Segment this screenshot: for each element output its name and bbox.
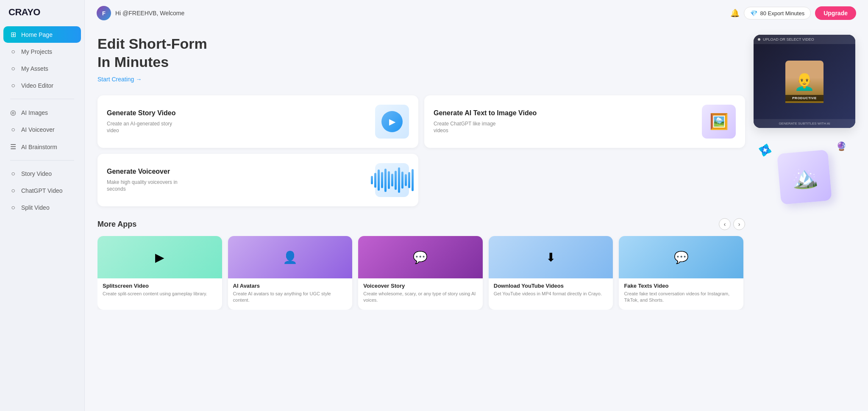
ai-brainstorm-icon: ☰	[9, 143, 17, 151]
card-ai-text-image-title: Generate AI Text to Image Video	[434, 109, 537, 118]
sidebar-item-story-video-label: Story Video	[21, 170, 52, 177]
preview-person: 👨‍🦲 PRODUCTIVE	[785, 61, 823, 103]
content-left: Edit Short-Form In Minutes Start Creatin…	[97, 35, 745, 403]
gem-icon: 💎	[750, 10, 757, 17]
nav-arrow-prev[interactable]: ‹	[719, 218, 731, 230]
export-minutes-label: 80 Export Minutes	[760, 10, 804, 17]
sidebar-item-ai-brainstorm[interactable]: ☰ AI Brainstorm	[3, 139, 81, 155]
app-card-body-fake-texts: Fake Texts VideoCreate fake text convers…	[619, 278, 743, 310]
right-panel: UPLOAD OR SELECT VIDEO 👨‍🦲 PRODUCTIVE GE…	[754, 35, 855, 403]
sidebar-item-ai-images-label: AI Images	[21, 109, 48, 116]
app-card-ai-avatars[interactable]: 👤AI AvatarsCreate AI avatars to say anyt…	[228, 236, 353, 310]
export-minutes-badge[interactable]: 💎 80 Export Minutes	[744, 7, 811, 19]
sidebar-item-story-video[interactable]: ○ Story Video	[3, 166, 81, 182]
header-left: F Hi @FREEHVB, Welcome	[97, 6, 184, 20]
app-card-desc-voiceover-story: Create wholesome, scary, or any type of …	[363, 291, 478, 304]
app-card-img-ai-avatars: 👤	[228, 236, 353, 278]
sidebar-item-split-video[interactable]: ○ Split Video	[3, 200, 81, 216]
preview-generate-bar: GENERATE SUBTITLES WITH AI	[754, 119, 855, 128]
preview-overlay-text: PRODUCTIVE	[785, 95, 823, 101]
app-card-title-ai-avatars: AI Avatars	[233, 283, 348, 289]
sidebar-item-assets-label: My Assets	[21, 65, 48, 72]
sidebar-item-ai-images[interactable]: ◎ AI Images	[3, 104, 81, 121]
start-creating-link[interactable]: Start Creating →	[97, 76, 745, 83]
app-card-body-voiceover-story: Voiceover StoryCreate wholesome, scary, …	[358, 278, 483, 310]
app-card-body-ai-avatars: AI AvatarsCreate AI avatars to say anyth…	[228, 278, 353, 310]
sidebar-item-editor[interactable]: ○ Video Editor	[3, 78, 81, 94]
header-right: 🔔 💎 80 Export Minutes Upgrade	[730, 6, 856, 20]
preview-dot	[758, 38, 760, 41]
app-card-title-youtube-download: Download YouTube Videos	[494, 283, 608, 289]
card-voiceover-desc: Make high quality voiceovers in seconds	[107, 179, 183, 193]
divider-1	[10, 99, 74, 99]
card-ai-text-image-icon: 🖼️	[702, 105, 736, 139]
card-story-video[interactable]: Generate Story Video Create an AI-genera…	[97, 95, 418, 148]
app-logo: CRAYO	[0, 7, 84, 26]
nav-arrow-next[interactable]: ›	[733, 218, 745, 230]
sidebar-item-home-label: Home Page	[21, 31, 53, 38]
sidebar: CRAYO ⊞ Home Page ○ My Projects ○ My Ass…	[0, 0, 85, 411]
sidebar-item-chatgpt-video-label: ChatGPT Video	[21, 187, 63, 194]
content-area: Edit Short-Form In Minutes Start Creatin…	[85, 26, 868, 411]
hero-section: Edit Short-Form In Minutes Start Creatin…	[97, 35, 745, 83]
app-card-desc-splitscreen: Create split-screen content using gamepl…	[103, 291, 217, 297]
app-card-body-youtube-download: Download YouTube VideosGet YouTube video…	[489, 278, 613, 303]
app-card-splitscreen[interactable]: ▶Splitscreen VideoCreate split-screen co…	[97, 236, 222, 310]
app-card-voiceover-story[interactable]: 💬Voiceover StoryCreate wholesome, scary,…	[358, 236, 483, 310]
header: F Hi @FREEHVB, Welcome 🔔 💎 80 Export Min…	[85, 0, 868, 26]
story-video-icon: ○	[9, 170, 17, 178]
apps-row: ▶Splitscreen VideoCreate split-screen co…	[97, 236, 745, 310]
card-story-video-text: Generate Story Video Create an AI-genera…	[107, 109, 183, 134]
preview-person-area: 👨‍🦲 PRODUCTIVE	[754, 44, 855, 119]
more-apps-nav-arrows: ‹ ›	[719, 218, 745, 230]
home-icon: ⊞	[9, 31, 17, 39]
header-greeting: Hi @FREEHVB, Welcome	[115, 10, 184, 17]
app-card-desc-youtube-download: Get YouTube videos in MP4 format directl…	[494, 291, 608, 297]
feature-cards-grid: Generate Story Video Create an AI-genera…	[97, 95, 745, 206]
upgrade-button[interactable]: Upgrade	[815, 6, 856, 20]
ai-images-icon: ◎	[9, 108, 17, 117]
notification-icon[interactable]: 🔔	[730, 8, 740, 18]
more-apps-section: More Apps ‹ › ▶Splitscreen VideoCreate s…	[97, 218, 745, 310]
sidebar-item-projects-label: My Projects	[21, 48, 52, 55]
more-apps-header: More Apps ‹ ›	[97, 218, 745, 230]
main-area: F Hi @FREEHVB, Welcome 🔔 💎 80 Export Min…	[85, 0, 868, 411]
card-ai-text-image[interactable]: Generate AI Text to Image Video Create C…	[424, 95, 745, 148]
sidebar-nav: ⊞ Home Page ○ My Projects ○ My Assets ○ …	[0, 26, 84, 216]
card-ai-text-image-desc: Create ChatGPT like image videos	[434, 120, 510, 135]
avatar: F	[97, 6, 111, 20]
sphere-accent-icon: 🔮	[836, 141, 847, 151]
sidebar-item-ai-brainstorm-label: AI Brainstorm	[21, 144, 57, 150]
card-voiceover-title: Generate Voiceover	[107, 167, 183, 176]
app-card-img-youtube-download: ⬇	[489, 236, 613, 278]
card-voiceover-icon	[375, 163, 409, 197]
app-card-img-splitscreen: ▶	[97, 236, 222, 278]
divider-2	[10, 160, 74, 161]
app-card-body-splitscreen: Splitscreen VideoCreate split-screen con…	[97, 278, 222, 303]
projects-icon: ○	[9, 48, 17, 56]
assets-icon: ○	[9, 65, 17, 72]
ai-voiceover-icon: ○	[9, 126, 17, 133]
play-triangle-icon: ▶	[381, 111, 403, 132]
split-video-icon: ○	[9, 204, 17, 211]
sidebar-item-split-video-label: Split Video	[21, 204, 50, 211]
card-voiceover-text: Generate Voiceover Make high quality voi…	[107, 167, 183, 193]
card-voiceover[interactable]: Generate Voiceover Make high quality voi…	[97, 154, 418, 206]
chatgpt-video-icon: ○	[9, 187, 17, 194]
app-card-img-voiceover-story: 💬	[358, 236, 483, 278]
card-story-video-title: Generate Story Video	[107, 109, 183, 118]
waveform-icon	[371, 167, 414, 193]
sidebar-item-projects[interactable]: ○ My Projects	[3, 44, 81, 60]
preview-video-inner: UPLOAD OR SELECT VIDEO 👨‍🦲 PRODUCTIVE GE…	[754, 35, 855, 128]
app-card-youtube-download[interactable]: ⬇Download YouTube VideosGet YouTube vide…	[489, 236, 613, 310]
sidebar-item-ai-voiceover[interactable]: ○ AI Voiceover	[3, 122, 81, 138]
app-card-title-fake-texts: Fake Texts Video	[624, 283, 738, 289]
sidebar-item-home[interactable]: ⊞ Home Page	[3, 26, 81, 43]
sidebar-item-assets[interactable]: ○ My Assets	[3, 61, 81, 77]
diamond-accent-icon: 💠	[756, 142, 774, 159]
preview-top-text: UPLOAD OR SELECT VIDEO	[763, 37, 814, 42]
app-card-desc-ai-avatars: Create AI avatars to say anything for UG…	[233, 291, 348, 304]
sidebar-item-chatgpt-video[interactable]: ○ ChatGPT Video	[3, 183, 81, 199]
card-ai-text-image-text: Generate AI Text to Image Video Create C…	[434, 109, 537, 134]
app-card-fake-texts[interactable]: 💬Fake Texts VideoCreate fake text conver…	[619, 236, 743, 310]
